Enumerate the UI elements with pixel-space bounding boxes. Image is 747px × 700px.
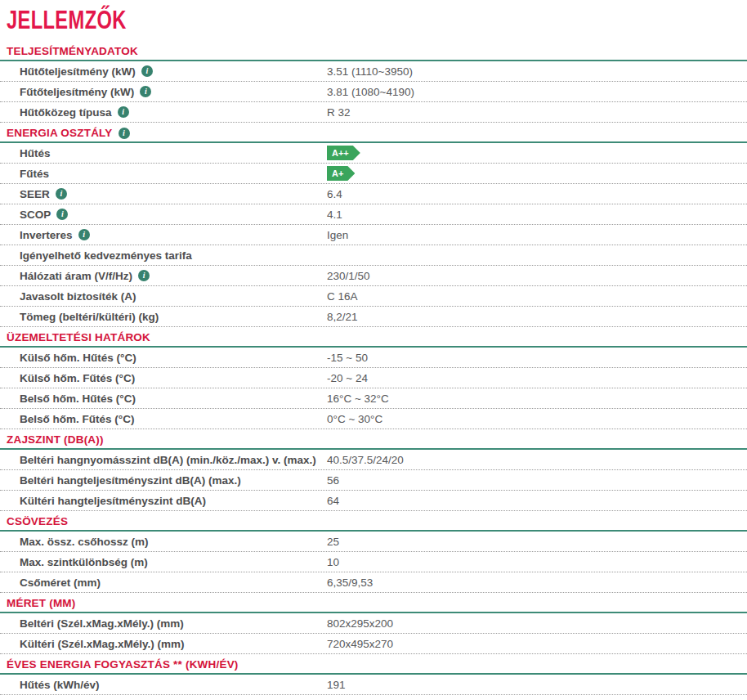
row-value: 16°C ~ 32°C (327, 393, 747, 405)
row-label: Külső hőm. Hűtés (°C) (20, 352, 136, 364)
row-value: -20 ~ 24 (327, 372, 747, 384)
row-value: 3.51 (1110~3950) (327, 65, 747, 78)
section-title: TELJESÍTMÉNYADATOK (7, 45, 138, 57)
row-label-cell: SCOPi (0, 209, 327, 221)
table-row: Javasolt biztosíték (A)C 16A (0, 286, 747, 307)
row-value: C 16A (327, 290, 747, 303)
row-label-cell: Fűtés (0, 168, 327, 180)
spec-page: JELLEMZŐK TELJESÍTMÉNYADATOKHűtőteljesít… (0, 0, 747, 700)
section-header: MÉRET (MM) (0, 593, 747, 613)
row-value-cell: A+ (327, 166, 747, 181)
row-label: SCOP (20, 209, 51, 221)
row-label: Inverteres (20, 229, 73, 241)
table-row: Fűtőteljesítmény (kW)i3.81 (1080~4190) (0, 82, 747, 102)
row-label: Hűtőteljesítmény (kW) (20, 65, 136, 78)
table-row: Kültéri (Szél.xMag.xMély.) (mm)720x495x2… (0, 634, 747, 654)
table-row: Csőméret (mm)6,35/9,53 (0, 572, 747, 593)
row-label: Tömeg (beltéri/kültéri) (kg) (20, 311, 159, 323)
row-value: -15 ~ 50 (327, 352, 747, 364)
row-value: 8,2/21 (327, 311, 747, 323)
row-value: 10 (327, 556, 747, 568)
info-icon[interactable]: i (140, 86, 151, 97)
section: MÉRET (MM)Beltéri (Szél.xMag.xMély.) (mm… (0, 593, 747, 654)
table-row: Hűtőközeg típusaiR 32 (0, 102, 747, 123)
row-label-cell: Hűtés (0, 147, 327, 159)
table-row: SCOPi4.1 (0, 204, 747, 225)
table-row: Kültéri hangteljesítményszint dB(A)64 (0, 491, 747, 511)
row-value: R 32 (327, 106, 747, 119)
row-label-cell: Beltéri (Szél.xMag.xMély.) (mm) (0, 617, 327, 630)
row-label-cell: Kültéri (Szél.xMag.xMély.) (mm) (0, 638, 327, 650)
table-row: Belső hőm. Fűtés (°C)0°C ~ 30°C (0, 409, 747, 429)
row-label: Kültéri (Szél.xMag.xMély.) (mm) (20, 638, 185, 650)
row-label-cell: Beltéri hangteljesítményszint dB(A) (max… (0, 474, 327, 487)
table-row: Hálózati áram (V/f/Hz)i230/1/50 (0, 266, 747, 286)
row-value: 802x295x200 (327, 617, 747, 630)
info-icon[interactable]: i (56, 188, 67, 200)
table-row: FűtésA+ (0, 164, 747, 184)
row-label-cell: Igényelhető kedvezményes tarifa (0, 249, 327, 262)
table-row: SEERi6.4 (0, 184, 747, 204)
row-value: 25 (327, 536, 747, 548)
row-value: 4.1 (327, 209, 747, 221)
table-row: Igényelhető kedvezményes tarifa (0, 245, 747, 266)
table-row: Fűtés (kWh/év)956 (0, 695, 747, 700)
table-row: Belső hőm. Hűtés (°C)16°C ~ 32°C (0, 388, 747, 409)
row-value: 56 (327, 474, 747, 487)
row-label-cell: Belső hőm. Hűtés (°C) (0, 393, 327, 405)
row-value: 0°C ~ 30°C (327, 413, 747, 425)
section-title: ZAJSZINT (DB(A)) (7, 433, 104, 446)
table-row: Hűtőteljesítmény (kW)i3.51 (1110~3950) (0, 61, 747, 82)
page-title-text: JELLEMZŐK (7, 7, 127, 33)
row-label-cell: Hálózati áram (V/f/Hz)i (0, 270, 327, 282)
row-value: 6,35/9,53 (327, 577, 747, 589)
row-label: Hűtés (20, 147, 51, 159)
section-header: ENERGIA OSZTÁLYi (0, 123, 747, 143)
table-row: Külső hőm. Fűtés (°C)-20 ~ 24 (0, 368, 747, 388)
table-row: HűtésA++ (0, 143, 747, 164)
row-value: 720x495x270 (327, 638, 747, 650)
row-value: 6.4 (327, 188, 747, 200)
row-value: 3.81 (1080~4190) (327, 86, 747, 98)
row-label: Hálózati áram (V/f/Hz) (20, 270, 132, 282)
row-value: 40.5/37.5/24/20 (327, 454, 747, 466)
info-icon[interactable]: i (119, 128, 130, 139)
row-label: Hűtés (kWh/év) (20, 679, 100, 691)
info-icon[interactable]: i (141, 65, 153, 77)
table-row: Beltéri hangnyomásszint dB(A) (min./köz.… (0, 450, 747, 470)
row-label-cell: SEERi (0, 188, 327, 200)
info-icon[interactable]: i (118, 106, 129, 118)
section-title: ENERGIA OSZTÁLY (7, 127, 113, 139)
section: ÜZEMELTETÉSI HATÁROKKülső hőm. Hűtés (°C… (0, 327, 747, 429)
row-label-cell: Külső hőm. Fűtés (°C) (0, 372, 327, 384)
info-icon[interactable]: i (56, 209, 68, 220)
row-label: Max. össz. csőhossz (m) (20, 536, 149, 548)
info-icon[interactable]: i (78, 229, 90, 240)
row-label-cell: Fűtőteljesítmény (kW)i (0, 86, 327, 98)
row-label: Javasolt biztosíték (A) (20, 290, 136, 303)
section: ÉVES ENERGIA FOGYASZTÁS ** (KWH/ÉV)Hűtés… (0, 654, 747, 700)
section-title: CSÖVEZÉS (7, 515, 68, 527)
row-value: Igen (327, 229, 747, 241)
table-row: InverteresiIgen (0, 225, 747, 245)
row-label: Max. szintkülönbség (m) (20, 556, 148, 568)
row-label: Beltéri hangnyomásszint dB(A) (min./köz.… (20, 454, 316, 466)
spec-table: TELJESÍTMÉNYADATOKHűtőteljesítmény (kW)i… (0, 41, 747, 700)
row-label-cell: Tömeg (beltéri/kültéri) (kg) (0, 311, 327, 323)
row-label-cell: Hűtés (kWh/év) (0, 679, 327, 691)
row-label-cell: Hűtőközeg típusai (0, 106, 327, 119)
row-label: Csőméret (mm) (20, 577, 101, 589)
info-icon[interactable]: i (138, 270, 150, 281)
row-label-cell: Belső hőm. Fűtés (°C) (0, 413, 327, 425)
row-label-cell: Inverteresi (0, 229, 327, 241)
table-row: Tömeg (beltéri/kültéri) (kg)8,2/21 (0, 307, 747, 327)
section-header: ZAJSZINT (DB(A)) (0, 429, 747, 450)
row-label-cell: Max. szintkülönbség (m) (0, 556, 327, 568)
row-label-cell: Javasolt biztosíték (A) (0, 290, 327, 303)
section-header: CSÖVEZÉS (0, 511, 747, 532)
row-label-cell: Külső hőm. Hűtés (°C) (0, 352, 327, 364)
row-label: Beltéri hangteljesítményszint dB(A) (max… (20, 474, 241, 487)
table-row: Max. szintkülönbség (m)10 (0, 552, 747, 572)
row-label: Beltéri (Szél.xMag.xMély.) (mm) (20, 617, 184, 630)
table-row: Beltéri hangteljesítményszint dB(A) (max… (0, 470, 747, 491)
